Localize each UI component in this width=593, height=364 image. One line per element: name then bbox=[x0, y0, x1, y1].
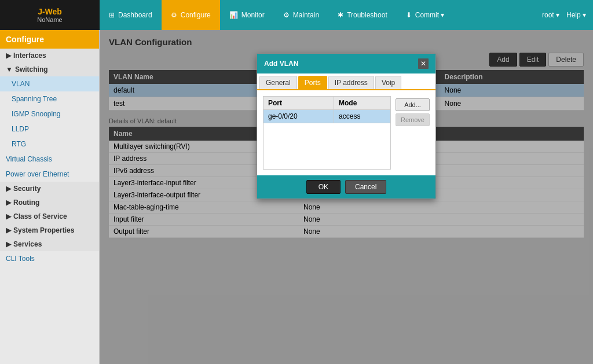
sidebar-item-virtual-chassis[interactable]: Virtual Chassis bbox=[0, 152, 99, 167]
cell-mode: access bbox=[334, 110, 391, 123]
nav-configure-label: Configure bbox=[181, 11, 211, 19]
maintain-icon: ⚙ bbox=[283, 11, 290, 19]
modal-overlay: Add VLAN ✕ General Ports IP address Voip bbox=[100, 30, 593, 364]
sidebar-header: Configure bbox=[0, 30, 99, 49]
services-arrow-icon: ▶ bbox=[6, 240, 11, 248]
col-port: Port bbox=[263, 97, 334, 110]
help-menu[interactable]: Help ▾ bbox=[566, 11, 586, 19]
modal-close-button[interactable]: ✕ bbox=[418, 58, 429, 69]
switching-arrow-icon: ▼ bbox=[6, 65, 13, 73]
troubleshoot-icon: ✱ bbox=[338, 11, 343, 19]
sidebar-item-system-properties-label: System Properties bbox=[13, 226, 74, 234]
port-action-buttons: Add... Remove bbox=[396, 96, 430, 170]
remove-port-button[interactable]: Remove bbox=[396, 113, 430, 126]
sidebar-item-system-properties[interactable]: ▶ System Properties bbox=[0, 223, 99, 237]
sidebar-item-routing[interactable]: ▶ Routing bbox=[0, 196, 99, 209]
tab-ip-address[interactable]: IP address bbox=[328, 76, 374, 89]
sidebar-item-igmp-snooping[interactable]: IGMP Snooping bbox=[0, 106, 99, 122]
nav-bar: ⊞ Dashboard ⚙ Configure 📊 Monitor ⚙ Main… bbox=[100, 0, 593, 30]
tab-ip-label: IP address bbox=[335, 79, 368, 87]
routing-arrow-icon: ▶ bbox=[6, 198, 11, 207]
sidebar-item-power-over-ethernet[interactable]: Power over Ethernet bbox=[0, 167, 99, 182]
sidebar-item-class-of-service[interactable]: ▶ Class of Service bbox=[0, 209, 99, 223]
add-port-button[interactable]: Add... bbox=[396, 98, 430, 111]
tab-general-label: General bbox=[266, 79, 291, 87]
sidebar-item-vlan-label: VLAN bbox=[12, 80, 30, 88]
ports-table: Port Mode ge-0/0/20 access bbox=[263, 96, 391, 170]
sidebar-item-switching-label: Switching bbox=[15, 65, 48, 73]
content-area: VLAN Configuration Add Edit Delete VLAN … bbox=[100, 30, 593, 364]
cell-port: ge-0/0/20 bbox=[263, 110, 334, 123]
nav-troubleshoot-label: Troubleshoot bbox=[347, 11, 387, 19]
sidebar-item-interfaces-label: Interfaces bbox=[13, 52, 46, 60]
nav-commit-label: Commit ▾ bbox=[415, 11, 445, 19]
nav-monitor-label: Monitor bbox=[241, 11, 265, 19]
nav-commit[interactable]: ⬇ Commit ▾ bbox=[397, 0, 454, 30]
nav-maintain[interactable]: ⚙ Maintain bbox=[274, 0, 328, 30]
top-bar: J-Web NoName ⊞ Dashboard ⚙ Configure 📊 M… bbox=[0, 0, 593, 30]
nav-maintain-label: Maintain bbox=[293, 11, 319, 19]
sidebar-item-cli-tools-label: CLI Tools bbox=[6, 255, 35, 263]
sidebar-item-interfaces[interactable]: ▶ Interfaces bbox=[0, 49, 99, 62]
logo-area: J-Web NoName bbox=[0, 0, 100, 30]
sidebar-item-services-label: Services bbox=[13, 240, 42, 248]
monitor-icon: 📊 bbox=[229, 11, 238, 19]
port-row-empty bbox=[263, 123, 391, 170]
modal-tabs: General Ports IP address Voip bbox=[257, 73, 435, 90]
sidebar-item-cli-tools[interactable]: CLI Tools bbox=[0, 251, 99, 266]
nav-right: root ▾ Help ▾ bbox=[535, 0, 593, 30]
home-icon: ⊞ bbox=[109, 11, 115, 19]
sidebar: Configure ▶ Interfaces ▼ Switching VLAN … bbox=[0, 30, 100, 364]
tab-ports-label: Ports bbox=[305, 79, 321, 87]
security-arrow-icon: ▶ bbox=[6, 185, 11, 193]
configure-icon: ⚙ bbox=[171, 11, 177, 19]
col-mode: Mode bbox=[334, 97, 391, 110]
sidebar-item-vlan[interactable]: VLAN bbox=[0, 76, 99, 91]
sidebar-item-rtg-label: RTG bbox=[12, 140, 26, 148]
app-logo: J-Web bbox=[38, 7, 62, 16]
sidebar-item-virtual-chassis-label: Virtual Chassis bbox=[6, 155, 52, 163]
main-layout: Configure ▶ Interfaces ▼ Switching VLAN … bbox=[0, 30, 593, 364]
sidebar-item-services[interactable]: ▶ Services bbox=[0, 237, 99, 251]
modal-body: Port Mode ge-0/0/20 access bbox=[257, 90, 435, 175]
sidebar-item-rtg[interactable]: RTG bbox=[0, 137, 99, 152]
nav-configure[interactable]: ⚙ Configure bbox=[162, 0, 220, 30]
ports-area: Port Mode ge-0/0/20 access bbox=[263, 96, 430, 170]
sidebar-item-spanning-tree[interactable]: Spanning Tree bbox=[0, 91, 99, 106]
interfaces-arrow-icon: ▶ bbox=[6, 52, 11, 60]
sidebar-item-lldp[interactable]: LLDP bbox=[0, 122, 99, 137]
nav-troubleshoot[interactable]: ✱ Troubleshoot bbox=[328, 0, 397, 30]
sidebar-item-igmp-snooping-label: IGMP Snooping bbox=[12, 110, 61, 118]
cos-arrow-icon: ▶ bbox=[6, 212, 11, 220]
nav-monitor[interactable]: 📊 Monitor bbox=[220, 0, 274, 30]
tab-voip[interactable]: Voip bbox=[375, 76, 401, 89]
modal-title: Add VLAN bbox=[264, 60, 298, 68]
sidebar-item-switching[interactable]: ▼ Switching bbox=[0, 62, 99, 76]
app-instance: NoName bbox=[37, 16, 62, 23]
sidebar-item-cos-label: Class of Service bbox=[13, 212, 67, 220]
tab-ports[interactable]: Ports bbox=[298, 76, 327, 89]
sidebar-item-security-label: Security bbox=[13, 185, 41, 193]
port-row[interactable]: ge-0/0/20 access bbox=[263, 110, 391, 123]
nav-dashboard-label: Dashboard bbox=[118, 11, 152, 19]
modal-footer: OK Cancel bbox=[257, 175, 435, 198]
commit-icon: ⬇ bbox=[406, 11, 412, 19]
sidebar-item-spanning-tree-label: Spanning Tree bbox=[12, 95, 57, 103]
user-menu[interactable]: root ▾ bbox=[542, 11, 559, 19]
tab-general[interactable]: General bbox=[259, 76, 297, 89]
modal-ok-button[interactable]: OK bbox=[306, 180, 341, 194]
tab-voip-label: Voip bbox=[382, 79, 395, 87]
sidebar-item-security[interactable]: ▶ Security bbox=[0, 182, 99, 196]
modal-cancel-button[interactable]: Cancel bbox=[345, 180, 386, 194]
add-vlan-modal: Add VLAN ✕ General Ports IP address Voip bbox=[257, 53, 436, 199]
nav-dashboard[interactable]: ⊞ Dashboard bbox=[100, 0, 162, 30]
sidebar-item-routing-label: Routing bbox=[13, 198, 39, 207]
sys-props-arrow-icon: ▶ bbox=[6, 226, 11, 234]
modal-header: Add VLAN ✕ bbox=[257, 54, 435, 73]
sidebar-item-lldp-label: LLDP bbox=[12, 125, 29, 133]
ports-table-container: Port Mode ge-0/0/20 access bbox=[263, 96, 391, 170]
sidebar-item-power-over-ethernet-label: Power over Ethernet bbox=[6, 170, 69, 178]
